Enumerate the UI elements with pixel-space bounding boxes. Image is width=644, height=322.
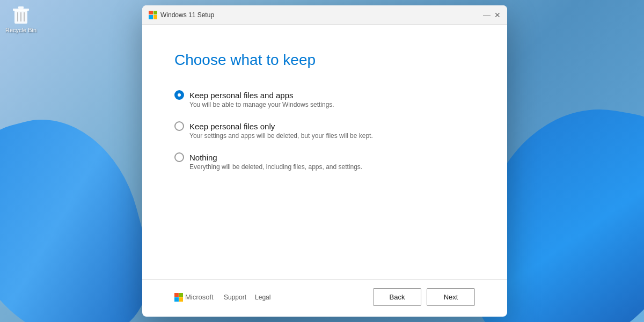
option-keep-files-label: Keep personal files only — [189, 122, 275, 131]
microsoft-label: Microsoft — [185, 293, 214, 301]
support-link[interactable]: Support — [224, 294, 246, 301]
minimize-button[interactable]: — — [484, 12, 490, 18]
radio-keep-all[interactable] — [174, 90, 184, 100]
recycle-bin-label: Recycle Bin — [5, 27, 36, 33]
radio-nothing[interactable] — [174, 152, 184, 162]
option-keep-files-row[interactable]: Keep personal files only — [174, 121, 475, 131]
background-shape-left — [0, 100, 166, 322]
dialog-footer: Microsoft Support Legal Back Next — [142, 279, 507, 317]
microsoft-logo: Microsoft — [174, 293, 215, 302]
title-bar: Windows 11 Setup — ✕ — [142, 5, 507, 25]
windows-logo-icon — [149, 11, 157, 19]
option-nothing-row[interactable]: Nothing — [174, 152, 475, 162]
title-bar-text: Windows 11 Setup — [160, 11, 214, 19]
dialog-content: Choose what to keep Keep personal files … — [142, 25, 507, 279]
close-button[interactable]: ✕ — [494, 12, 501, 18]
dialog-heading: Choose what to keep — [174, 52, 475, 69]
footer-left: Microsoft Support Legal — [174, 293, 270, 302]
svg-rect-1 — [13, 9, 29, 11]
options-list: Keep personal files and apps You will be… — [174, 90, 475, 171]
option-keep-all-description: You will be able to manage your Windows … — [189, 101, 475, 108]
back-button[interactable]: Back — [373, 288, 421, 306]
svg-rect-2 — [18, 6, 24, 9]
option-nothing-description: Everything will be deleted, including fi… — [189, 163, 475, 171]
next-button[interactable]: Next — [427, 288, 475, 306]
option-keep-files-description: Your settings and apps will be deleted, … — [189, 132, 475, 140]
option-keep-files: Keep personal files only Your settings a… — [174, 121, 475, 140]
footer-right: Back Next — [373, 288, 475, 306]
option-keep-all: Keep personal files and apps You will be… — [174, 90, 475, 108]
radio-keep-files[interactable] — [174, 121, 184, 131]
recycle-bin-icon — [12, 5, 30, 25]
title-bar-left: Windows 11 Setup — [149, 11, 214, 19]
setup-dialog: Windows 11 Setup — ✕ Choose what to keep… — [142, 5, 507, 317]
option-keep-all-label: Keep personal files and apps — [189, 91, 293, 100]
microsoft-logo-icon — [174, 293, 183, 302]
option-keep-all-row[interactable]: Keep personal files and apps — [174, 90, 475, 100]
legal-link[interactable]: Legal — [255, 294, 270, 301]
option-nothing: Nothing Everything will be deleted, incl… — [174, 152, 475, 171]
title-bar-controls: — ✕ — [484, 12, 501, 18]
option-nothing-label: Nothing — [189, 153, 217, 162]
recycle-bin[interactable]: Recycle Bin — [5, 5, 36, 33]
